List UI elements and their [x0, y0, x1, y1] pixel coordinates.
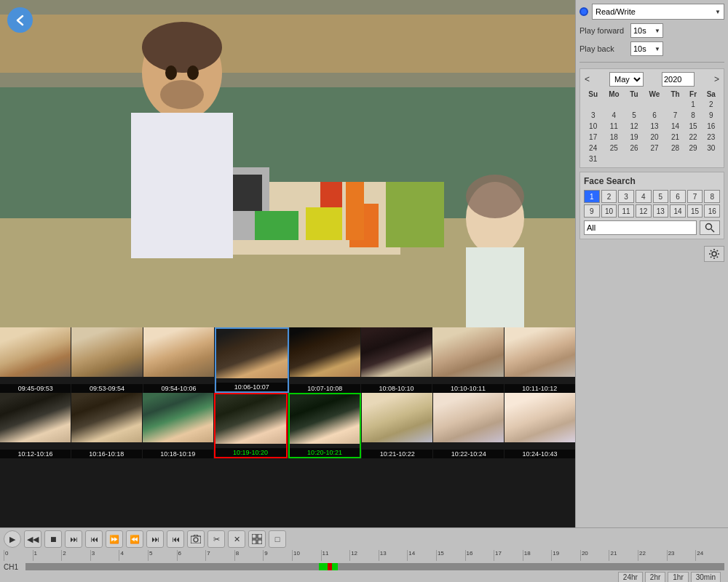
cal-day[interactable]: 17	[583, 132, 603, 143]
cal-day[interactable]: 2	[702, 99, 721, 110]
face-search-all-input[interactable]	[584, 220, 697, 235]
face-num-3[interactable]: 3	[618, 190, 634, 203]
cal-day[interactable]: 15	[685, 121, 702, 132]
play-button[interactable]: ▶	[4, 530, 21, 548]
face-num-1[interactable]: 1	[584, 190, 600, 203]
face-num-2[interactable]: 2	[601, 190, 617, 203]
cal-header-mo: Mo	[603, 89, 625, 99]
stop-button[interactable]: ⏹	[44, 530, 62, 548]
view-1hr-button[interactable]: 1hr	[668, 572, 688, 582]
thumb-item[interactable]: 10:06-10:07	[215, 327, 288, 393]
thumb-item[interactable]: 10:16-10:18	[71, 393, 142, 458]
thumb-item[interactable]: 10:18-10:19	[143, 393, 213, 458]
tick-18: 18	[523, 550, 552, 561]
calendar-year-input[interactable]	[662, 72, 695, 87]
fast-forward-button[interactable]: ⏩	[106, 530, 123, 548]
channel-row: CH1	[4, 561, 724, 573]
cut-button[interactable]: ✂	[207, 530, 225, 548]
cal-day[interactable]: 6	[644, 110, 666, 121]
grid-view-button[interactable]	[248, 530, 266, 548]
skip-end-button[interactable]: ⏭	[146, 530, 164, 548]
view-2hr-button[interactable]: 2hr	[645, 572, 665, 582]
play-back-dropdown[interactable]: 10s ▼	[630, 41, 663, 56]
thumb-item[interactable]: 10:07-10:08	[290, 327, 360, 393]
thumb-item[interactable]: 10:11-10:12	[505, 327, 575, 393]
cal-day[interactable]: 13	[644, 121, 666, 132]
thumb-item[interactable]: 10:10-10:11	[432, 327, 503, 393]
skip-start-button[interactable]: ⏮	[167, 530, 184, 548]
face-num-16[interactable]: 16	[704, 204, 720, 218]
timeline-segment-green	[319, 563, 328, 570]
thumb-item[interactable]: 09:45-09:53	[0, 327, 71, 393]
thumb-item[interactable]: 10:22-10:24	[433, 393, 504, 458]
cal-day[interactable]: 4	[603, 110, 625, 121]
face-num-12[interactable]: 12	[636, 204, 652, 218]
cal-day[interactable]: 5	[625, 110, 643, 121]
face-num-4[interactable]: 4	[636, 190, 652, 203]
cal-day[interactable]: 22	[685, 132, 702, 143]
face-num-8[interactable]: 8	[704, 190, 720, 203]
view-30min-button[interactable]: 30min	[691, 572, 721, 582]
cal-day[interactable]: 8	[685, 110, 702, 121]
cal-day[interactable]: 14	[665, 121, 684, 132]
cal-day[interactable]: 12	[625, 121, 643, 132]
thumb-item[interactable]: 10:24-10:43	[505, 393, 575, 458]
face-num-5[interactable]: 5	[653, 190, 669, 203]
settings-tool-button[interactable]	[704, 246, 724, 262]
play-forward-dropdown[interactable]: 10s ▼	[630, 23, 663, 38]
channel-bar[interactable]	[25, 563, 724, 570]
camera-button[interactable]	[187, 530, 205, 548]
face-num-14[interactable]: 14	[670, 204, 686, 218]
face-num-11[interactable]: 11	[618, 204, 634, 218]
cal-day today[interactable]: 23	[702, 132, 721, 143]
mode-dropdown[interactable]: Read/Write ▼	[592, 4, 724, 20]
fast-back-button[interactable]: ⏪	[126, 530, 143, 548]
face-num-15[interactable]: 15	[687, 204, 703, 218]
face-num-9[interactable]: 9	[584, 204, 600, 218]
cal-day[interactable]: 11	[603, 121, 625, 132]
view-24hr-button[interactable]: 24hr	[618, 572, 643, 582]
frame-back-button[interactable]: ⏮	[85, 530, 103, 548]
face-num-6[interactable]: 6	[670, 190, 686, 203]
rewind-button[interactable]: ◀◀	[24, 530, 41, 548]
cal-day[interactable]: 25	[603, 143, 625, 154]
thumb-item[interactable]: 10:08-10:10	[361, 327, 432, 393]
cal-day[interactable]: 1	[685, 99, 702, 110]
thumb-item[interactable]: 10:21-10:22	[362, 393, 432, 458]
cal-day[interactable]: 28	[665, 143, 684, 154]
mode-radio[interactable]	[579, 7, 588, 16]
cal-day has-data-blue[interactable]: 27	[644, 143, 666, 154]
face-num-10[interactable]: 10	[601, 204, 617, 218]
thumb-item-active-green[interactable]: 10:20-10:21	[288, 393, 362, 458]
svg-point-25	[194, 538, 198, 542]
face-num-13[interactable]: 13	[653, 204, 669, 218]
cal-day[interactable]: 9	[702, 110, 721, 121]
cal-day[interactable]: 21	[665, 132, 684, 143]
calendar-prev-button[interactable]: <	[583, 74, 591, 84]
cal-day has-data-yellow[interactable]: 29	[685, 143, 702, 154]
frame-forward-button[interactable]: ⏭	[65, 530, 82, 548]
cal-day[interactable]: 20	[644, 132, 666, 143]
cal-day[interactable]: 10	[583, 121, 603, 132]
cal-day[interactable]: 24	[583, 143, 603, 154]
cal-day[interactable]: 26	[625, 143, 643, 154]
cal-day[interactable]: 31	[583, 154, 603, 164]
cal-day[interactable]: 16	[702, 121, 721, 132]
thumb-item[interactable]: 09:54-10:06	[143, 327, 214, 393]
thumb-item[interactable]: 10:12-10:16	[0, 393, 71, 458]
square-button[interactable]: □	[269, 530, 286, 548]
thumb-item-active-red[interactable]: 10:19-10:20	[214, 393, 288, 458]
cal-day[interactable]: 3	[583, 110, 603, 121]
thumb-item[interactable]: 09:53-09:54	[71, 327, 142, 393]
face-num-7[interactable]: 7	[687, 190, 703, 203]
cal-day[interactable]: 18	[603, 132, 625, 143]
calendar-month-select[interactable]: May	[609, 72, 644, 87]
cal-day[interactable]: 7	[665, 110, 684, 121]
cal-day[interactable]: 30	[702, 143, 721, 154]
calendar-next-button[interactable]: >	[713, 74, 721, 84]
cal-day[interactable]: 19	[625, 132, 643, 143]
back-button[interactable]	[7, 7, 33, 33]
tick-19: 19	[551, 550, 580, 561]
face-search-button[interactable]	[700, 220, 720, 235]
close-button[interactable]: ✕	[228, 530, 245, 548]
